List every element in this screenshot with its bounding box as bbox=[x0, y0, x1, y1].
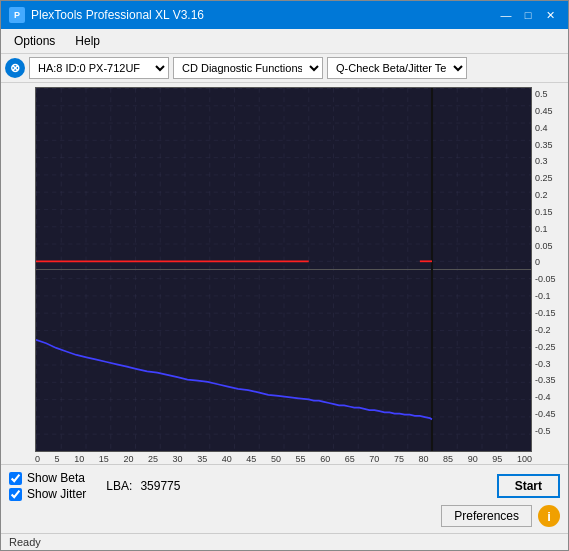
bottom-panel: Show Beta Show Jitter LBA: 359775 Start … bbox=[1, 464, 568, 533]
y-label-9: 0.05 bbox=[535, 241, 553, 251]
y-label-15: -0.25 bbox=[535, 342, 556, 352]
start-button[interactable]: Start bbox=[497, 474, 560, 498]
y-label-6: 0.2 bbox=[535, 190, 548, 200]
show-beta-checkbox[interactable] bbox=[9, 472, 22, 485]
y-label-20: -0.5 bbox=[535, 426, 551, 436]
bottom-row1: Show Beta Show Jitter LBA: 359775 Start bbox=[9, 471, 560, 501]
y-label-7: 0.15 bbox=[535, 207, 553, 217]
close-button[interactable]: ✕ bbox=[540, 6, 560, 24]
y-axis-right: 0.5 0.45 0.4 0.35 0.3 0.25 0.2 0.15 0.1 … bbox=[532, 87, 564, 452]
x-label-4: 20 bbox=[123, 454, 133, 464]
y-label-18: -0.4 bbox=[535, 392, 551, 402]
y-label-5: 0.25 bbox=[535, 173, 553, 183]
x-axis: 0 5 10 15 20 25 30 35 40 45 50 55 60 65 … bbox=[35, 452, 532, 464]
x-label-15: 75 bbox=[394, 454, 404, 464]
lba-info: LBA: 359775 bbox=[106, 479, 180, 493]
info-button[interactable]: i bbox=[538, 505, 560, 527]
x-label-14: 70 bbox=[369, 454, 379, 464]
window-title: PlexTools Professional XL V3.16 bbox=[31, 8, 204, 22]
chart-container: High Low bbox=[5, 87, 564, 452]
y-label-12: -0.1 bbox=[535, 291, 551, 301]
y-label-11: -0.05 bbox=[535, 274, 556, 284]
y-label-16: -0.3 bbox=[535, 359, 551, 369]
x-label-9: 45 bbox=[246, 454, 256, 464]
chart-inner: High Low bbox=[35, 87, 532, 452]
function-select[interactable]: CD Diagnostic Functions bbox=[173, 57, 323, 79]
x-label-19: 95 bbox=[492, 454, 502, 464]
x-label-17: 85 bbox=[443, 454, 453, 464]
bottom-row2: Preferences i bbox=[9, 505, 560, 527]
x-label-2: 10 bbox=[74, 454, 84, 464]
show-jitter-label: Show Jitter bbox=[27, 487, 86, 501]
menu-help[interactable]: Help bbox=[66, 31, 109, 51]
y-label-1: 0.45 bbox=[535, 106, 553, 116]
y-label-4: 0.3 bbox=[535, 156, 548, 166]
show-beta-label: Show Beta bbox=[27, 471, 85, 485]
y-label-10: 0 bbox=[535, 257, 540, 267]
y-label-19: -0.45 bbox=[535, 409, 556, 419]
chart-area: High Low bbox=[1, 83, 568, 464]
x-label-13: 65 bbox=[345, 454, 355, 464]
x-label-3: 15 bbox=[99, 454, 109, 464]
minimize-button[interactable]: — bbox=[496, 6, 516, 24]
preferences-button[interactable]: Preferences bbox=[441, 505, 532, 527]
y-label-3: 0.35 bbox=[535, 140, 553, 150]
x-label-5: 25 bbox=[148, 454, 158, 464]
y-label-2: 0.4 bbox=[535, 123, 548, 133]
drive-icon[interactable]: ⊗ bbox=[5, 58, 25, 78]
show-jitter-row: Show Jitter bbox=[9, 487, 86, 501]
status-bar: Ready bbox=[1, 533, 568, 550]
y-label-17: -0.35 bbox=[535, 375, 556, 385]
maximize-button[interactable]: □ bbox=[518, 6, 538, 24]
x-label-6: 30 bbox=[173, 454, 183, 464]
menu-options[interactable]: Options bbox=[5, 31, 64, 51]
x-label-1: 5 bbox=[55, 454, 60, 464]
y-label-14: -0.2 bbox=[535, 325, 551, 335]
app-icon: P bbox=[9, 7, 25, 23]
test-select[interactable]: Q-Check Beta/Jitter Test bbox=[327, 57, 467, 79]
x-label-11: 55 bbox=[296, 454, 306, 464]
toolbar: ⊗ HA:8 ID:0 PX-712UF CD Diagnostic Funct… bbox=[1, 54, 568, 83]
lba-label: LBA: bbox=[106, 479, 132, 493]
x-label-7: 35 bbox=[197, 454, 207, 464]
x-label-16: 80 bbox=[419, 454, 429, 464]
main-window: P PlexTools Professional XL V3.16 — □ ✕ … bbox=[0, 0, 569, 551]
x-label-12: 60 bbox=[320, 454, 330, 464]
x-label-18: 90 bbox=[468, 454, 478, 464]
y-label-8: 0.1 bbox=[535, 224, 548, 234]
y-label-0: 0.5 bbox=[535, 89, 548, 99]
y-label-13: -0.15 bbox=[535, 308, 556, 318]
title-bar-left: P PlexTools Professional XL V3.16 bbox=[9, 7, 204, 23]
show-jitter-checkbox[interactable] bbox=[9, 488, 22, 501]
x-label-10: 50 bbox=[271, 454, 281, 464]
menu-bar: Options Help bbox=[1, 29, 568, 54]
x-label-20: 100 bbox=[517, 454, 532, 464]
y-axis-left bbox=[5, 87, 35, 452]
status-text: Ready bbox=[9, 536, 41, 548]
x-label-8: 40 bbox=[222, 454, 232, 464]
chart-svg bbox=[36, 88, 531, 451]
drive-select[interactable]: HA:8 ID:0 PX-712UF bbox=[29, 57, 169, 79]
x-label-0: 0 bbox=[35, 454, 40, 464]
lba-value: 359775 bbox=[140, 479, 180, 493]
title-bar-buttons: — □ ✕ bbox=[496, 6, 560, 24]
title-bar: P PlexTools Professional XL V3.16 — □ ✕ bbox=[1, 1, 568, 29]
checkboxes: Show Beta Show Jitter bbox=[9, 471, 86, 501]
show-beta-row: Show Beta bbox=[9, 471, 86, 485]
